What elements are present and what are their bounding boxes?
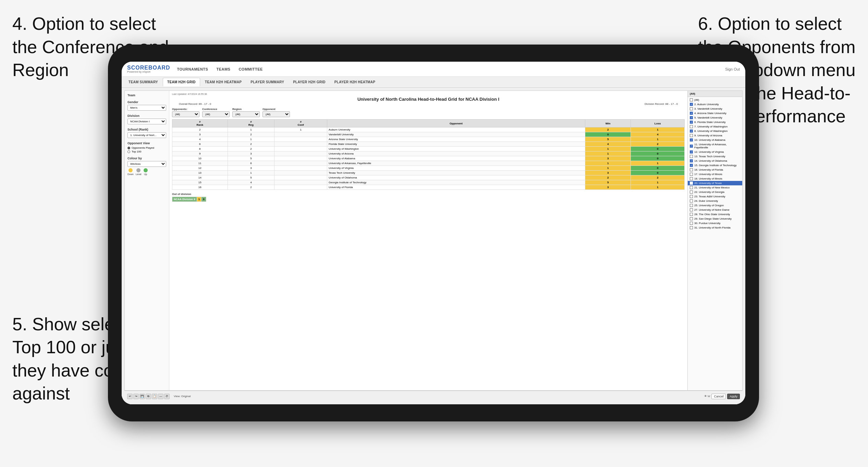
division-select[interactable]: NCAA Division I xyxy=(127,119,166,124)
nav-sign-out[interactable]: Sign Out xyxy=(725,67,740,71)
dropdown-item-label: 9. University of Arizona xyxy=(694,134,722,137)
colour-dot-level xyxy=(136,168,140,172)
timer-icon[interactable]: ⏱ xyxy=(164,394,170,399)
dropdown-item[interactable]: ✓2. Auburn University xyxy=(688,102,742,107)
dropdown-item[interactable]: 21. University of New Mexico xyxy=(688,185,742,190)
dropdown-item[interactable]: (All) xyxy=(688,98,742,102)
dropdown-item[interactable]: ✓10. University of Alabama xyxy=(688,138,742,142)
cell-conf xyxy=(274,161,327,166)
dropdown-item[interactable]: 9. University of Arizona xyxy=(688,133,742,138)
radio-top100[interactable]: Top 100 xyxy=(127,150,166,153)
dropdown-item-label: 14. University of Oklahoma xyxy=(694,159,727,162)
conference-select[interactable]: (All) xyxy=(202,111,230,117)
school-select[interactable]: 1. University of Nort... xyxy=(127,132,166,138)
copy-icon[interactable]: ⧉ xyxy=(146,394,151,399)
checkbox-box xyxy=(690,186,693,189)
table-row: 13 1 Texas Tech University 3 0 xyxy=(172,171,685,175)
dropdown-item[interactable]: ✓12. University of Virginia xyxy=(688,150,742,154)
cell-opponent: Texas Tech University xyxy=(327,171,585,175)
filter-region-label: Region xyxy=(232,108,260,111)
dropdown-item[interactable]: ✓15. Georgia Institute of Technology xyxy=(688,163,742,168)
out-of-div-label: Out of division xyxy=(172,193,685,196)
dropdown-item[interactable]: 23. Texas A&M University xyxy=(688,194,742,199)
filter-conference: Conference (All) xyxy=(202,108,230,117)
dropdown-item[interactable]: ✓6. Florida State University xyxy=(688,120,742,124)
dropdown-item[interactable]: 30. Purdue University xyxy=(688,221,742,225)
dropdown-item[interactable]: ✓11. University of Arkansas, Fayettevill… xyxy=(688,142,742,150)
subnav-team-h2h-heatmap[interactable]: TEAM H2H HEATMAP xyxy=(201,78,246,86)
dropdown-item-label: 5. Vanderbilt University xyxy=(694,116,722,119)
dropdown-item[interactable]: 16. University of Florida xyxy=(688,168,742,172)
dropdown-item[interactable]: ✓5. Vanderbilt University xyxy=(688,115,742,120)
subnav-player-h2h-heatmap[interactable]: PLAYER H2H HEATMAP xyxy=(330,78,379,86)
cell-rank: 8 xyxy=(172,147,228,151)
dropdown-item[interactable]: 25. University of Oregon xyxy=(688,203,742,208)
subnav-player-summary[interactable]: PLAYER SUMMARY xyxy=(246,78,288,86)
dropdown-item[interactable]: 13. Texas Tech University xyxy=(688,154,742,159)
dropdown-item[interactable]: 28. The Ohio State University xyxy=(688,212,742,217)
cell-win: 5 xyxy=(585,180,631,185)
dropdown-item[interactable]: 24. Duke University xyxy=(688,199,742,203)
gender-select[interactable]: Men's xyxy=(127,105,166,111)
checkbox-box: ✓ xyxy=(690,121,693,124)
col-loss: Loss xyxy=(631,120,685,127)
radio-opponents-played[interactable]: Opponents Played xyxy=(127,146,166,149)
dropdown-item[interactable]: ✓8. University of Washington xyxy=(688,129,742,133)
dropdown-item[interactable]: 18. University of Illinois xyxy=(688,176,742,181)
dropdown-item-label: 31. University of North Florida xyxy=(694,226,731,229)
subnav-player-h2h-grid[interactable]: PLAYER H2H GRID xyxy=(289,78,330,86)
nav-teams[interactable]: TEAMS xyxy=(216,66,230,73)
cell-opponent: University of Virginia xyxy=(327,166,585,171)
dropdown-item-label: 4. Arizona State University xyxy=(694,112,726,115)
colour-by-select[interactable]: Win/loss xyxy=(127,161,166,167)
dropdown-item[interactable]: ✓4. Arizona State University xyxy=(688,111,742,115)
cell-rank: 4 xyxy=(172,137,228,142)
cell-win: 5 xyxy=(585,137,631,142)
nav-committee[interactable]: COMMITTEE xyxy=(239,66,263,73)
subnav-team-summary[interactable]: TEAM SUMMARY xyxy=(124,78,162,86)
opponent-select[interactable]: (All) xyxy=(262,111,290,117)
paste-icon[interactable]: 📋 xyxy=(152,394,157,399)
dropdown-item[interactable]: ✓14. University of Oklahoma xyxy=(688,159,742,163)
dash-icon[interactable]: — xyxy=(158,394,163,399)
dropdown-item-label: 16. University of Florida xyxy=(694,168,723,171)
dropdown-item-label: 17. University of Illinois xyxy=(694,173,722,176)
cell-opponent: University of Oklahoma xyxy=(327,175,585,180)
out-of-div-name: NCAA Division II xyxy=(172,197,197,202)
dropdown-item[interactable]: 29. San Diego State University xyxy=(688,217,742,221)
dropdown-item[interactable]: 27. University of Notre Dame xyxy=(688,208,742,212)
cell-conf xyxy=(274,166,327,171)
cell-conf: 1 xyxy=(274,127,327,132)
cell-rank: 3 xyxy=(172,132,228,137)
redo-icon[interactable]: ↪ xyxy=(133,394,139,399)
opponents-select[interactable]: (All) xyxy=(172,111,199,117)
dropdown-item[interactable]: 17. University of Illinois xyxy=(688,172,742,176)
main-content: Team Gender Men's Division xyxy=(122,88,745,404)
nav-tournaments[interactable]: TOURNAMENTS xyxy=(177,66,208,73)
checkbox-box xyxy=(690,125,693,128)
dropdown-item[interactable]: 22. University of Georgia xyxy=(688,190,742,194)
undo-icon[interactable]: ↩ xyxy=(127,394,133,399)
dropdown-item[interactable]: 20. University of Texas xyxy=(688,181,742,185)
checkbox-box xyxy=(690,226,693,229)
subnav-team-h2h-grid[interactable]: TEAM H2H GRID xyxy=(163,78,200,86)
nav-items: TOURNAMENTS TEAMS COMMITTEE xyxy=(177,66,725,73)
save-icon[interactable]: 💾 xyxy=(139,394,145,399)
cell-opponent: Florida State University xyxy=(327,142,585,147)
cell-rank: 14 xyxy=(172,175,228,180)
cell-reg: 4 xyxy=(228,180,274,185)
cell-rank: 13 xyxy=(172,171,228,175)
checkbox-box xyxy=(690,204,693,207)
data-table: #Rank #Reg #Conf Opponent Win Loss xyxy=(172,119,685,190)
checkbox-box: ✓ xyxy=(690,150,693,153)
dropdown-item[interactable]: 7. University of Washington xyxy=(688,124,742,129)
table-row: 2 1 1 Auburn University 2 1 xyxy=(172,127,685,132)
cell-win: 3 xyxy=(585,185,631,190)
dropdown-item[interactable]: 3. Vanderbilt University xyxy=(688,107,742,111)
cancel-button[interactable]: Cancel xyxy=(711,394,726,399)
apply-button[interactable]: Apply xyxy=(727,394,740,399)
colour-label-down: Down xyxy=(127,173,134,175)
dropdown-item[interactable]: 31. University of North Florida xyxy=(688,225,742,230)
cell-reg: 3 xyxy=(228,151,274,156)
region-select[interactable]: (All) xyxy=(232,111,260,117)
